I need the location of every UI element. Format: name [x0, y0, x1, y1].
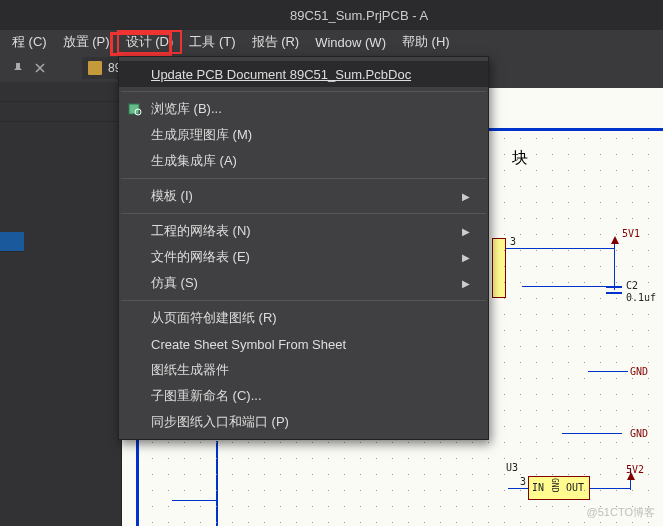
pin-icon[interactable]	[10, 60, 26, 76]
grid-dot	[600, 394, 601, 395]
menu-gen-sch-lib[interactable]: 生成原理图库 (M)	[119, 122, 488, 148]
menu-project[interactable]: 程 (C)	[4, 31, 55, 53]
blank-icon	[125, 249, 145, 265]
panel-row-selected[interactable]	[0, 232, 24, 252]
grid-dot	[600, 186, 601, 187]
menu-project-netlist[interactable]: 工程的网络表 (N) ▶	[119, 218, 488, 244]
grid-dot	[520, 458, 521, 459]
grid-dot	[536, 298, 537, 299]
grid-dot	[584, 394, 585, 395]
grid-dot	[616, 266, 617, 267]
menu-window[interactable]: Window (W)	[307, 33, 394, 52]
grid-dot	[648, 234, 649, 235]
grid-dot	[616, 330, 617, 331]
grid-dot	[408, 522, 409, 523]
menu-update-pcb[interactable]: Update PCB Document 89C51_Sum.PcbDoc	[119, 61, 488, 87]
grid-dot	[376, 442, 377, 443]
grid-dot	[424, 474, 425, 475]
grid-dot	[568, 266, 569, 267]
grid-dot	[504, 410, 505, 411]
grid-dot	[600, 282, 601, 283]
grid-dot	[616, 378, 617, 379]
grid-dot	[344, 490, 345, 491]
menu-templates[interactable]: 模板 (I) ▶	[119, 183, 488, 209]
grid-dot	[584, 314, 585, 315]
menu-design[interactable]: 设计 (D)	[118, 31, 182, 53]
menu-create-from-sheet[interactable]: Create Sheet Symbol From Sheet	[119, 331, 488, 357]
grid-dot	[632, 154, 633, 155]
grid-dot	[264, 442, 265, 443]
grid-dot	[520, 330, 521, 331]
grid-dot	[648, 330, 649, 331]
grid-dot	[280, 474, 281, 475]
menu-sheet-gen[interactable]: 图纸生成器件	[119, 357, 488, 383]
grid-dot	[504, 202, 505, 203]
grid-dot	[648, 522, 649, 523]
wire	[172, 500, 216, 501]
grid-dot	[600, 138, 601, 139]
grid-dot	[360, 442, 361, 443]
menu-simulate[interactable]: 仿真 (S) ▶	[119, 270, 488, 296]
grid-dot	[648, 362, 649, 363]
grid-dot	[488, 490, 489, 491]
menu-browse-library[interactable]: 浏览库 (B)...	[119, 96, 488, 122]
menu-gen-int-lib[interactable]: 生成集成库 (A)	[119, 148, 488, 174]
grid-dot	[152, 474, 153, 475]
grid-dot	[424, 458, 425, 459]
grid-dot	[600, 410, 601, 411]
menu-place[interactable]: 放置 (P)	[55, 31, 118, 53]
menu-rename-child[interactable]: 子图重新命名 (C)...	[119, 383, 488, 409]
grid-dot	[584, 266, 585, 267]
grid-dot	[584, 346, 585, 347]
grid-dot	[584, 330, 585, 331]
grid-dot	[648, 218, 649, 219]
grid-dot	[600, 330, 601, 331]
grid-dot	[184, 458, 185, 459]
grid-dot	[456, 458, 457, 459]
grid-dot	[504, 346, 505, 347]
grid-dot	[520, 506, 521, 507]
grid-dot	[392, 474, 393, 475]
grid-dot	[248, 490, 249, 491]
grid-dot	[520, 346, 521, 347]
close-icon[interactable]	[32, 60, 48, 76]
grid-dot	[568, 458, 569, 459]
grid-dot	[632, 186, 633, 187]
grid-dot	[616, 298, 617, 299]
menu-tools[interactable]: 工具 (T)	[181, 31, 243, 53]
grid-dot	[552, 362, 553, 363]
grid-dot	[568, 186, 569, 187]
grid-dot	[616, 490, 617, 491]
menu-reports[interactable]: 报告 (R)	[244, 31, 308, 53]
grid-dot	[648, 410, 649, 411]
menu-create-sheet-symbol[interactable]: 从页面符创建图纸 (R)	[119, 305, 488, 331]
grid-dot	[232, 458, 233, 459]
grid-dot	[456, 490, 457, 491]
wire	[522, 286, 614, 287]
grid-dot	[584, 282, 585, 283]
grid-dot	[520, 218, 521, 219]
grid-dot	[616, 314, 617, 315]
panel-row	[0, 102, 121, 122]
grid-dot	[184, 490, 185, 491]
menu-sync-ports[interactable]: 同步图纸入口和端口 (P)	[119, 409, 488, 435]
menu-file-netlist[interactable]: 文件的网络表 (E) ▶	[119, 244, 488, 270]
grid-dot	[568, 218, 569, 219]
grid-dot	[584, 506, 585, 507]
menu-help[interactable]: 帮助 (H)	[394, 31, 458, 53]
menu-bar: 程 (C) 放置 (P) 设计 (D) 工具 (T) 报告 (R) Window…	[0, 30, 663, 54]
grid-dot	[600, 378, 601, 379]
grid-dot	[552, 202, 553, 203]
grid-dot	[648, 394, 649, 395]
grid-dot	[536, 442, 537, 443]
grid-dot	[648, 138, 649, 139]
grid-dot	[504, 442, 505, 443]
grid-dot	[600, 474, 601, 475]
grid-dot	[536, 362, 537, 363]
side-panel	[0, 82, 122, 526]
component-body	[492, 238, 506, 298]
grid-dot	[504, 154, 505, 155]
grid-dot	[568, 330, 569, 331]
grid-dot	[632, 506, 633, 507]
grid-dot	[584, 250, 585, 251]
